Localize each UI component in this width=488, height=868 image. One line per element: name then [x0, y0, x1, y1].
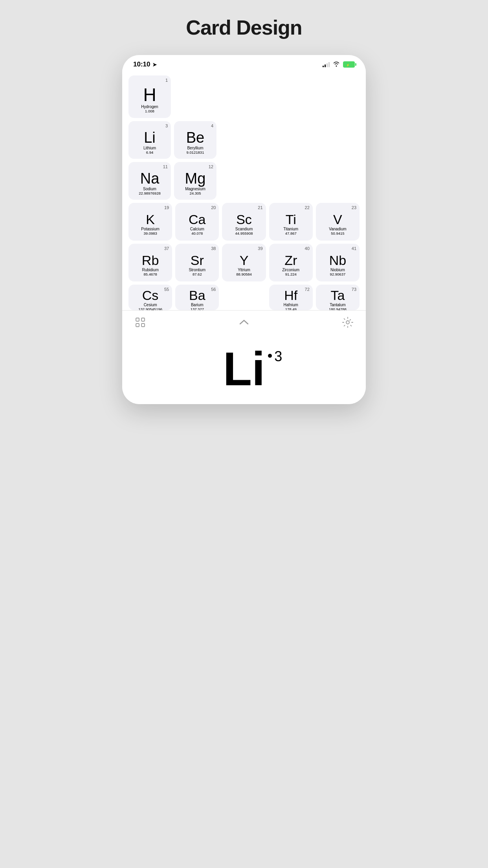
wifi-icon: [333, 61, 340, 68]
element-large-symbol: Li: [223, 345, 265, 392]
svg-text:⚡: ⚡: [346, 63, 350, 67]
electron-dot: [268, 354, 272, 358]
elements-grid: 1 H Hydrogen 1.008 3 Li Lithium 6.94 4 B…: [128, 75, 360, 310]
status-bar: 10:10 ➤ ⚡: [122, 55, 366, 72]
element-large-number: 3: [274, 348, 282, 365]
ar-button[interactable]: [133, 315, 147, 329]
element-Ca[interactable]: 20 Ca Calcium 40.078: [175, 203, 219, 241]
phone-frame: 10:10 ➤ ⚡: [122, 55, 366, 404]
element-Ta[interactable]: 73 Ta Tantalum 180.94788: [316, 285, 360, 310]
settings-button[interactable]: [341, 315, 355, 329]
element-row-2: 3 Li Lithium 6.94 4 Be Beryllium 9.01218…: [128, 121, 360, 159]
bottom-bar: [122, 310, 366, 337]
battery-icon: ⚡: [343, 61, 355, 68]
chevron-up-icon[interactable]: [237, 315, 251, 329]
element-Mg[interactable]: 12 Mg Magnesium 24.305: [174, 162, 216, 200]
element-row-5: 37 Rb Rubidium 85.4678 38 Sr Strontium 8…: [128, 244, 360, 281]
svg-rect-4: [141, 318, 145, 321]
periodic-table-area: 1 H Hydrogen 1.008 3 Li Lithium 6.94 4 B…: [122, 72, 366, 310]
element-row-3: 11 Na Sodium 22.98976928 12 Mg Magnesium…: [128, 162, 360, 200]
signal-icon: [323, 62, 330, 67]
element-Be[interactable]: 4 Be Beryllium 9.0121831: [174, 121, 216, 159]
svg-rect-5: [136, 324, 139, 327]
page-title: Card Design: [186, 16, 302, 39]
element-Hf[interactable]: 72 Hf Hafnium 178.49: [269, 285, 313, 310]
element-gap: [222, 285, 266, 310]
svg-rect-3: [136, 318, 139, 321]
svg-point-7: [346, 321, 349, 324]
element-K[interactable]: 19 K Potassium 39.0983: [128, 203, 172, 241]
element-row-1: 1 H Hydrogen 1.008: [128, 75, 360, 118]
element-Li[interactable]: 3 Li Lithium 6.94: [128, 121, 171, 159]
location-icon: ➤: [152, 62, 157, 68]
element-row-6: 55 Cs Cesium 132.90545196 56 Ba Barium 1…: [128, 285, 360, 310]
element-V[interactable]: 23 V Vanadium 50.9415: [316, 203, 360, 241]
element-large-display: Li 3: [223, 345, 265, 392]
element-Nb[interactable]: 41 Nb Niobium 92.90637: [316, 244, 360, 281]
element-Na[interactable]: 11 Na Sodium 22.98976928: [128, 162, 171, 200]
status-time: 10:10 ➤: [133, 61, 157, 68]
element-row-4: 19 K Potassium 39.0983 20 Ca Calcium 40.…: [128, 203, 360, 241]
element-Y[interactable]: 39 Y Yttrium 88.90584: [222, 244, 266, 281]
element-Sc[interactable]: 21 Sc Scandium 44.955908: [222, 203, 266, 241]
electron-display: Li 3: [122, 337, 366, 404]
svg-rect-6: [141, 324, 145, 327]
element-Rb[interactable]: 37 Rb Rubidium 85.4678: [128, 244, 172, 281]
element-Sr[interactable]: 38 Sr Strontium 87.62: [175, 244, 219, 281]
element-Cs[interactable]: 55 Cs Cesium 132.90545196: [128, 285, 172, 310]
element-Zr[interactable]: 40 Zr Zirconium 91.224: [269, 244, 313, 281]
element-H[interactable]: 1 H Hydrogen 1.008: [128, 75, 171, 118]
status-icons: ⚡: [323, 61, 355, 68]
svg-rect-1: [352, 64, 353, 66]
element-Ti[interactable]: 22 Ti Titanium 47.867: [269, 203, 313, 241]
element-Ba[interactable]: 56 Ba Barium 137.327: [175, 285, 219, 310]
